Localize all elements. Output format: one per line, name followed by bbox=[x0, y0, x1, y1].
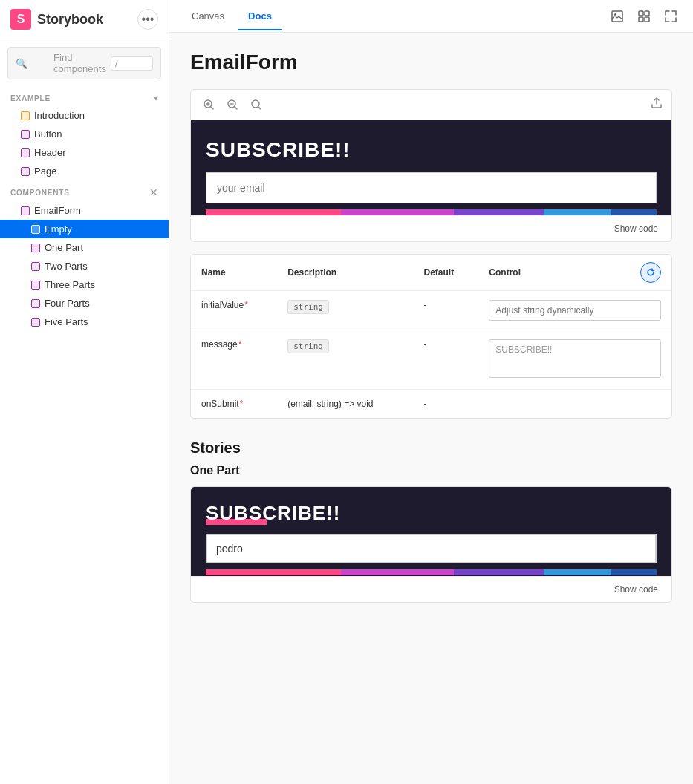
sidebar-logo-area: S Storybook ••• bbox=[0, 0, 169, 39]
control-message[interactable]: SUBSCRIBE!! bbox=[489, 339, 661, 378]
search-icon: 🔍 bbox=[16, 58, 49, 69]
logo-menu-button[interactable]: ••• bbox=[137, 9, 158, 30]
sidebar-item-label: Empty bbox=[45, 223, 72, 235]
email-input-wrapper-empty bbox=[206, 172, 657, 203]
default-initial-value: - bbox=[414, 291, 479, 330]
components-section-label: COMPONENTS bbox=[10, 189, 70, 197]
svg-rect-3 bbox=[645, 11, 649, 16]
svg-rect-4 bbox=[639, 17, 643, 22]
grid-view-icon[interactable] bbox=[634, 6, 654, 27]
email-form-empty: SUBSCRIBE!! bbox=[191, 120, 671, 215]
expand-icon[interactable] bbox=[660, 6, 681, 27]
show-code-row-empty: Show code bbox=[191, 215, 671, 241]
sidebar-item-emailform[interactable]: EmailForm bbox=[0, 201, 169, 220]
color-seg-5 bbox=[611, 209, 657, 215]
sidebar-item-four-parts[interactable]: Four Parts bbox=[0, 294, 169, 313]
reset-controls-button[interactable] bbox=[640, 262, 661, 283]
sidebar-item-label: Two Parts bbox=[45, 261, 88, 272]
required-star-3: * bbox=[240, 399, 244, 409]
sidebar-item-one-part[interactable]: One Part bbox=[0, 238, 169, 257]
sidebar-item-label: Page bbox=[34, 166, 56, 177]
image-view-icon[interactable] bbox=[607, 6, 628, 27]
sidebar-item-label: Three Parts bbox=[45, 279, 95, 290]
prop-row-onsubmit: onSubmit* (email: string) => void - bbox=[191, 390, 671, 419]
tab-canvas[interactable]: Canvas bbox=[181, 3, 235, 30]
type-badge-initial-value: string bbox=[287, 300, 329, 314]
color-bar-empty bbox=[206, 209, 657, 215]
logo-text: Storybook bbox=[37, 12, 103, 27]
email-form-one-part: SUBSCRIBE!! bbox=[191, 487, 671, 576]
required-star-2: * bbox=[238, 339, 242, 350]
search-shortcut-badge: / bbox=[111, 56, 153, 71]
one-part-preview-box: SUBSCRIBE!! bbox=[190, 486, 672, 603]
search-placeholder-text: Find components bbox=[53, 52, 106, 74]
email-form-title-empty: SUBSCRIBE!! bbox=[206, 138, 657, 162]
topbar-icons bbox=[607, 6, 681, 27]
prop-row-message: message* string - SUBSCRIBE!! bbox=[191, 330, 671, 390]
preview-toolbar bbox=[191, 90, 671, 120]
button-icon bbox=[21, 130, 30, 139]
color-seg-op-4 bbox=[544, 569, 611, 575]
share-icon[interactable] bbox=[651, 97, 663, 112]
required-star-1: * bbox=[244, 300, 248, 310]
sidebar-item-label: One Part bbox=[45, 242, 83, 253]
props-table: Name Description Default Control bbox=[190, 254, 672, 419]
components-section-close[interactable]: ✕ bbox=[149, 186, 158, 198]
prop-name-initial-value: initialValue bbox=[201, 300, 244, 310]
stories-title: Stories bbox=[190, 440, 672, 457]
zoom-reset-icon[interactable] bbox=[247, 96, 265, 114]
tab-docs[interactable]: Docs bbox=[238, 3, 282, 30]
color-seg-2 bbox=[341, 209, 454, 215]
svg-point-1 bbox=[614, 13, 616, 16]
sidebar-item-header[interactable]: Header bbox=[0, 143, 169, 162]
four-parts-icon bbox=[31, 299, 40, 308]
control-initial-value[interactable] bbox=[489, 300, 661, 321]
sidebar-item-introduction[interactable]: Introduction bbox=[0, 106, 169, 125]
zoom-in-icon[interactable] bbox=[200, 96, 218, 114]
default-message: - bbox=[414, 330, 479, 390]
color-seg-3 bbox=[454, 209, 544, 215]
sidebar-item-three-parts[interactable]: Three Parts bbox=[0, 275, 169, 294]
sidebar: S Storybook ••• 🔍 Find components / EXAM… bbox=[0, 0, 169, 784]
page-title: EmailForm bbox=[190, 50, 672, 74]
color-seg-1 bbox=[206, 209, 341, 215]
sidebar-item-label: Introduction bbox=[34, 110, 85, 121]
sidebar-item-five-parts[interactable]: Five Parts bbox=[0, 313, 169, 331]
search-bar[interactable]: 🔍 Find components / bbox=[7, 47, 161, 79]
example-section-toggle[interactable]: ▾ bbox=[154, 93, 158, 103]
email-form-title-accent: CRIBE!! bbox=[262, 502, 340, 524]
default-onsubmit: - bbox=[414, 390, 479, 419]
color-bar-one-part bbox=[206, 569, 657, 575]
control-onsubmit-empty bbox=[478, 390, 671, 419]
show-code-button-empty[interactable]: Show code bbox=[610, 222, 663, 235]
empty-icon bbox=[31, 225, 40, 234]
svg-rect-2 bbox=[639, 11, 643, 16]
sidebar-item-label: Four Parts bbox=[45, 298, 90, 309]
empty-preview-box: SUBSCRIBE!! Show code bbox=[190, 89, 672, 242]
email-form-title-one-part-wrapper: SUBSCRIBE!! bbox=[206, 502, 657, 525]
ellipsis-icon: ••• bbox=[142, 13, 154, 26]
show-code-row-one-part: Show code bbox=[191, 576, 671, 602]
email-input-empty[interactable] bbox=[206, 173, 656, 203]
five-parts-icon bbox=[31, 318, 40, 327]
type-desc-onsubmit: (email: string) => void bbox=[287, 399, 373, 409]
sidebar-item-label: Header bbox=[34, 147, 66, 158]
sidebar-item-button[interactable]: Button bbox=[0, 125, 169, 143]
one-part-icon bbox=[31, 244, 40, 252]
email-input-wrapper-one-part bbox=[206, 534, 657, 564]
example-section-header: EXAMPLE ▾ bbox=[0, 87, 169, 106]
page-icon bbox=[21, 167, 30, 176]
sidebar-item-empty[interactable]: Empty bbox=[0, 220, 169, 238]
show-code-button-one-part[interactable]: Show code bbox=[610, 583, 663, 596]
col-control: Control bbox=[478, 255, 671, 290]
header-icon bbox=[21, 148, 30, 157]
zoom-out-icon[interactable] bbox=[224, 96, 241, 114]
main-area: Canvas Docs bbox=[169, 0, 693, 784]
emailform-icon bbox=[21, 206, 30, 215]
email-input-one-part[interactable] bbox=[206, 535, 656, 563]
sidebar-item-two-parts[interactable]: Two Parts bbox=[0, 257, 169, 275]
sidebar-item-page[interactable]: Page bbox=[0, 162, 169, 180]
color-seg-4 bbox=[544, 209, 611, 215]
prop-name-message: message bbox=[201, 339, 238, 350]
color-seg-op-5 bbox=[611, 569, 657, 575]
